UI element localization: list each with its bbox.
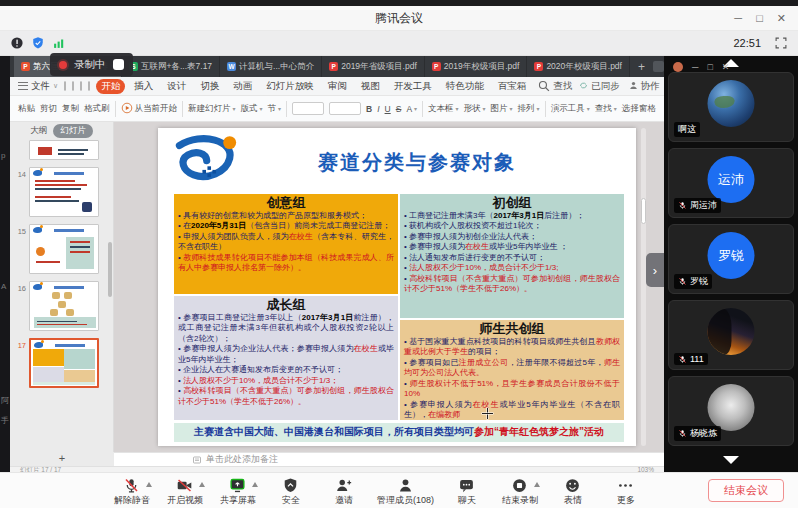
print-icon[interactable]	[72, 81, 74, 91]
scroll-down-arrow-icon[interactable]	[723, 456, 739, 464]
toolbar-节[interactable]: 节▾	[268, 103, 282, 115]
meet-button-共享屏幕[interactable]: 共享屏幕	[218, 475, 258, 507]
slide-thumbnail[interactable]	[29, 167, 99, 217]
menu-tab-动画[interactable]: 动画	[228, 79, 257, 94]
slide-banner: 主赛道含中国大陆、中国港澳台和国际项目，所有项目类型均可参加“青年红色筑梦之旅”…	[174, 423, 624, 442]
minimize-button[interactable]: ─	[734, 12, 742, 25]
wps-maximize-button[interactable]: □	[707, 62, 712, 72]
dropdown-arrow-icon: ▾	[510, 105, 513, 112]
font-selector-box[interactable]	[329, 102, 361, 115]
meet-button-更多[interactable]: 更多	[606, 475, 646, 507]
meet-button-结束录制[interactable]: 结束录制	[500, 475, 540, 507]
caret-up-icon[interactable]	[146, 482, 152, 487]
caret-up-icon[interactable]	[199, 482, 205, 487]
toolbar-排列[interactable]: 排列▾	[518, 103, 540, 115]
end-meeting-button[interactable]: 结束会议	[708, 479, 784, 502]
toolbar-label: 格式刷	[84, 103, 110, 115]
participant-name-badge: 罗锐	[674, 274, 712, 289]
wps-tab[interactable]: P2019年省级项目.pdf	[322, 56, 425, 77]
apps-grid-icon[interactable]	[653, 61, 664, 72]
caret-up-icon[interactable]	[252, 482, 258, 487]
toolbar-格式刷[interactable]: 格式刷	[84, 103, 110, 115]
notes-placeholder[interactable]: 单击此处添加备注	[206, 453, 278, 466]
toolbar-图片[interactable]: 图片▾	[491, 103, 513, 115]
menu-tab-开发工具[interactable]: 开发工具	[389, 79, 437, 94]
sidebar-collapse-button[interactable]: ›	[646, 253, 664, 287]
toolbar-查找[interactable]: 查找▾	[595, 103, 617, 115]
toolbar-从当前开始[interactable]: 从当前开始	[121, 102, 178, 116]
menu-tab-幻灯片放映[interactable]: 幻灯片放映	[261, 79, 319, 94]
wps-tab[interactable]: S互联网+各...表7.17	[122, 56, 220, 77]
menu-tab-开始[interactable]: 开始	[96, 79, 125, 94]
toolbar-A[interactable]: A▾	[406, 104, 417, 114]
redo-icon[interactable]	[88, 81, 90, 91]
participant-tile[interactable]: 罗锐罗锐	[668, 224, 794, 294]
file-menu[interactable]: 文件	[31, 80, 50, 93]
tab-outline[interactable]: 大纲	[30, 125, 47, 137]
toolbar-演示工具[interactable]: 演示工具▾	[551, 103, 590, 115]
toolbar-选择窗格[interactable]: 选择窗格	[622, 103, 656, 115]
menu-tab-特色功能[interactable]: 特色功能	[441, 79, 489, 94]
wps-minimize-button[interactable]: ─	[692, 62, 698, 72]
toolbar-文本框[interactable]: 文本框▾	[428, 103, 459, 115]
participant-tile[interactable]: 运沛周运沛	[668, 148, 794, 218]
participant-tile[interactable]: 杨晓炼	[668, 376, 794, 446]
meet-button-安全[interactable]: 安全	[271, 475, 311, 507]
menu-tab-审阅[interactable]: 审阅	[323, 79, 352, 94]
toolbar-版式[interactable]: 版式▾	[241, 103, 263, 115]
menu-tab-视图[interactable]: 视图	[356, 79, 385, 94]
collaborate-button[interactable]: 协作	[628, 80, 660, 93]
play-icon	[121, 102, 133, 116]
recording-label: 录制中	[74, 58, 106, 72]
document-scrollbar-thumb[interactable]	[641, 198, 646, 224]
security-shield-icon[interactable]	[31, 36, 45, 50]
account-avatar[interactable]	[673, 62, 683, 72]
meet-button-邀请[interactable]: 邀请	[324, 475, 364, 507]
menu-tab-切换[interactable]: 切换	[195, 79, 224, 94]
toolbar-形状[interactable]: 形状▾	[464, 103, 486, 115]
close-button[interactable]: ✕	[777, 12, 786, 25]
wps-tab[interactable]: W计算机与...中心简介	[220, 56, 322, 77]
slide-thumbnail[interactable]	[29, 224, 99, 274]
font-selector-box[interactable]	[292, 102, 324, 115]
sync-status[interactable]: 已同步	[578, 80, 620, 93]
slide-thumbnail[interactable]	[29, 140, 99, 160]
stop-recording-icon[interactable]	[113, 59, 124, 70]
meet-button-表情[interactable]: 表情	[553, 475, 593, 507]
caret-up-icon[interactable]	[534, 482, 540, 487]
participant-tile[interactable]: 啊这	[668, 72, 794, 142]
menu-tab-设计[interactable]: 设计	[162, 79, 191, 94]
fullscreen-icon[interactable]	[774, 36, 788, 50]
wps-tab[interactable]: P2019年校级项目.pdf	[425, 56, 528, 77]
meeting-info-icon[interactable]	[10, 36, 24, 50]
undo-icon[interactable]	[80, 81, 82, 91]
wps-close-button[interactable]: ✕	[722, 62, 730, 72]
new-tab-button[interactable]: +	[630, 56, 653, 77]
save-icon[interactable]	[64, 81, 66, 91]
toolbar-复制[interactable]: 复制	[62, 103, 79, 115]
slide-thumbnail[interactable]	[29, 338, 99, 388]
thumbnail-scrollbar[interactable]	[108, 242, 112, 297]
maximize-button[interactable]: □	[756, 12, 763, 25]
toolbar-B[interactable]: B	[366, 104, 372, 114]
meet-button-解除静音[interactable]: 解除静音	[112, 475, 152, 507]
toolbar-剪切[interactable]: 剪切	[40, 103, 57, 115]
slide-thumbnail[interactable]	[29, 281, 99, 331]
toolbar-S[interactable]: S	[396, 104, 402, 114]
tab-slides[interactable]: 幻灯片	[53, 124, 93, 138]
menu-tab-百宝箱[interactable]: 百宝箱	[493, 79, 532, 94]
search-menu[interactable]: 查找	[537, 79, 572, 93]
toolbar-粘贴[interactable]: 粘贴	[18, 103, 35, 115]
menu-tab-插入[interactable]: 插入	[129, 79, 158, 94]
toolbar-新建幻灯片[interactable]: 新建幻灯片▾	[188, 103, 236, 115]
slide: 赛道分类与参赛对象 创意组• 具有较好的创意和较为成型的产品原型和服务模式；• …	[158, 128, 636, 446]
participant-tile[interactable]: 111	[668, 300, 794, 370]
add-slide-button[interactable]: +	[10, 452, 114, 466]
toolbar-I[interactable]: I	[377, 104, 379, 114]
meet-button-聊天[interactable]: 聊天	[447, 475, 487, 507]
meet-button-管理成员(108)[interactable]: 管理成员(108)	[377, 475, 434, 507]
wps-tab[interactable]: P2020年校级项目.pdf	[527, 56, 630, 77]
document-scrollbar-track[interactable]	[641, 128, 646, 446]
toolbar-U[interactable]: U	[385, 104, 391, 114]
meet-button-开启视频[interactable]: 开启视频	[165, 475, 205, 507]
